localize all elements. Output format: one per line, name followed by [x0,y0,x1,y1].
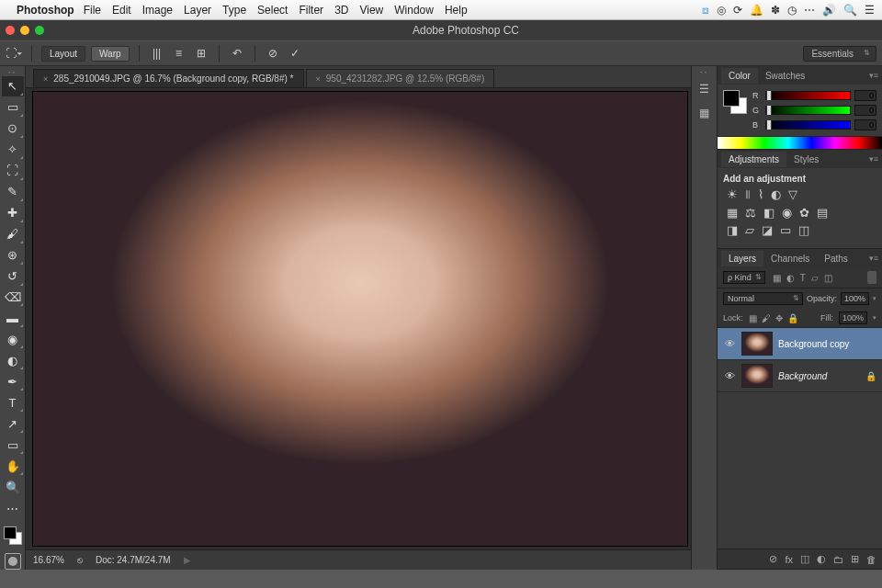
tab-paths[interactable]: Paths [817,251,855,266]
b-value[interactable]: 0 [854,119,876,130]
move-tool[interactable]: ↖ [2,76,24,96]
color-swatches[interactable] [2,525,24,547]
tab-swatches[interactable]: Swatches [758,68,812,84]
filter-shape-icon[interactable]: ▱ [811,273,819,283]
levels-icon[interactable]: ⫴ [745,187,751,202]
healing-tool[interactable]: ✚ [2,203,24,223]
sync-icon[interactable]: ⟳ [733,4,742,17]
mask-icon[interactable]: ◫ [800,553,809,565]
quickmask-toggle[interactable] [5,553,21,570]
layer-kind-filter[interactable]: ρ Kind⇅ [723,271,765,284]
lasso-tool[interactable]: ⊙ [2,119,24,139]
visibility-icon[interactable]: 👁 [723,370,736,381]
zoom-tool[interactable]: 🔍 [2,477,24,497]
maximize-button[interactable] [35,26,44,35]
fg-swatch[interactable] [723,90,740,107]
balance-icon[interactable]: ⚖ [745,206,756,220]
filter-adjust-icon[interactable]: ◐ [786,273,795,283]
lock-transparent-icon[interactable]: ▦ [749,313,757,323]
layer-row[interactable]: 👁 Background 🔒 [718,360,882,392]
gradient-tool[interactable]: ▬ [2,308,24,328]
layer-thumb[interactable] [741,364,773,388]
photo-filter-icon[interactable]: ◉ [782,206,792,220]
color-spectrum[interactable] [718,136,882,149]
menu-select[interactable]: Select [257,4,288,17]
status-arrow-icon[interactable]: ▶ [184,555,191,565]
canvas[interactable] [33,92,687,546]
blur-tool[interactable]: ◉ [2,329,24,349]
visibility-icon[interactable]: 👁 [723,338,736,349]
status-doc[interactable]: Doc: 24.7M/24.7M [96,555,171,565]
tab-close-icon[interactable]: × [43,74,48,84]
tab-layers[interactable]: Layers [721,251,763,266]
menu-layer[interactable]: Layer [184,4,211,17]
dock-handle[interactable] [692,68,717,75]
app-name[interactable]: Photoshop [17,4,74,17]
menu-view[interactable]: View [359,4,383,17]
dots-icon[interactable]: ⋯ [804,4,815,17]
brush-tool[interactable]: 🖌 [2,224,24,244]
undo-icon[interactable]: ↶ [229,45,245,62]
panel-menu-icon[interactable]: ▾≡ [869,254,882,263]
layer-name[interactable]: Background copy [778,339,876,349]
marquee-tool[interactable]: ▭ [2,97,24,118]
menu-file[interactable]: File [84,4,101,17]
grid-icon[interactable]: ⊞ [193,45,209,62]
magic-wand-tool[interactable]: ✧ [2,140,24,160]
align-horizontal-icon[interactable]: ≡ [171,45,187,62]
link-layers-icon[interactable]: ⊘ [769,553,777,565]
panel-color-swatches[interactable] [723,90,747,114]
cancel-icon[interactable]: ⊘ [265,45,281,62]
lock-pixels-icon[interactable]: 🖌 [762,313,771,323]
opacity-value[interactable]: 100% [841,292,869,305]
layer-name[interactable]: Background [778,371,860,381]
clone-tool[interactable]: ⊛ [2,245,24,266]
tool-handle[interactable] [0,68,25,75]
commit-icon[interactable]: ✓ [287,45,303,62]
layer-row[interactable]: 👁 Background copy [718,328,882,360]
path-tool[interactable]: ↗ [2,413,24,434]
paw-icon[interactable]: ✽ [771,4,780,17]
document-tab-inactive[interactable]: × 950_4231282.JPG @ 12.5% (RGB/8#) [306,69,495,87]
exposure-icon[interactable]: ◐ [771,187,781,202]
warp-button[interactable]: Warp [91,46,130,62]
volume-icon[interactable]: 🔊 [822,4,836,17]
brightness-icon[interactable]: ☀ [727,187,738,202]
crop-options-icon[interactable]: ⛶▾ [6,45,22,62]
menu-edit[interactable]: Edit [112,4,131,17]
dodge-tool[interactable]: ◐ [2,350,24,370]
history-brush-tool[interactable]: ↺ [2,266,24,287]
tab-close-icon[interactable]: × [316,74,321,84]
r-slider[interactable] [765,91,851,100]
tab-color[interactable]: Color [721,68,758,84]
share-icon[interactable]: ⎋ [77,555,83,565]
new-layer-icon[interactable]: ⊞ [851,553,859,565]
hue-icon[interactable]: ▦ [727,206,738,220]
tab-adjustments[interactable]: Adjustments [721,152,786,167]
cc-icon[interactable]: ◎ [717,4,726,17]
lock-position-icon[interactable]: ✥ [775,313,783,323]
posterize-icon[interactable]: ▱ [745,223,754,237]
tab-channels[interactable]: Channels [763,251,817,266]
layout-button[interactable]: Layout [41,46,85,62]
align-vertical-icon[interactable]: ||| [149,45,165,62]
filter-pixel-icon[interactable]: ▦ [773,273,781,283]
delete-layer-icon[interactable]: 🗑 [866,554,876,565]
menu-help[interactable]: Help [445,4,468,17]
bell-icon[interactable]: 🔔 [750,4,763,17]
tab-styles[interactable]: Styles [786,152,826,167]
curves-icon[interactable]: ⌇ [758,187,763,202]
selective-color-icon[interactable]: ◫ [798,223,809,237]
r-value[interactable]: 0 [854,90,876,101]
group-icon[interactable]: 🗀 [833,554,843,565]
filter-smart-icon[interactable]: ◫ [824,273,832,283]
eraser-tool[interactable]: ⌫ [2,288,24,308]
actions-panel-icon[interactable]: ▦ [695,103,715,123]
filter-toggle[interactable] [867,271,876,284]
filter-type-icon[interactable]: T [800,273,806,283]
type-tool[interactable]: T [2,392,24,413]
layer-thumb[interactable] [741,332,773,356]
list-icon[interactable]: ☰ [865,4,875,17]
pen-tool[interactable]: ✒ [2,371,24,391]
menu-filter[interactable]: Filter [299,4,323,17]
